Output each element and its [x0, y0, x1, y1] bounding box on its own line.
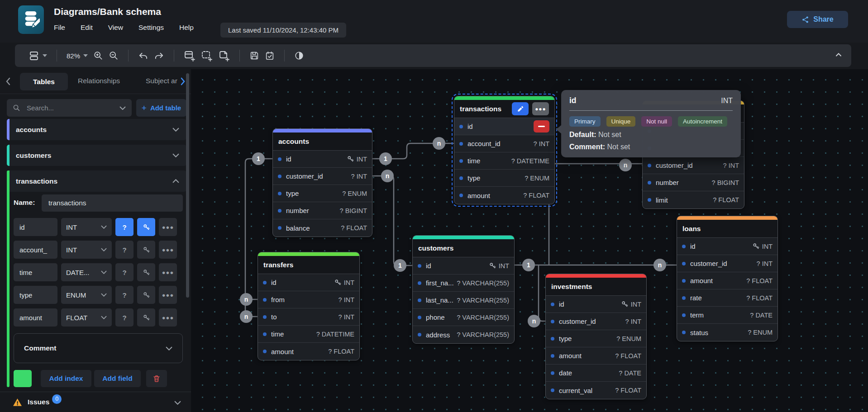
table-field-row[interactable]: last_na...? VARCHAR(255): [413, 292, 514, 309]
canvas-table-loans[interactable]: loansidINTcustomer_id? INTamount? FLOATr…: [677, 216, 778, 341]
table-field-row[interactable]: balance? FLOAT: [273, 219, 372, 237]
nullable-toggle-button[interactable]: ?: [115, 218, 134, 236]
table-color-swatch[interactable]: [14, 370, 32, 387]
field-more-options-button[interactable]: ●●●: [159, 286, 177, 304]
field-type-select[interactable]: FLOAT: [61, 308, 112, 327]
table-field-row[interactable]: id: [454, 118, 554, 135]
table-field-row[interactable]: amount? FLOAT: [677, 272, 777, 289]
save-button[interactable]: [247, 48, 262, 63]
table-name-input[interactable]: [42, 194, 183, 212]
table-field-row[interactable]: idINT: [413, 257, 514, 275]
table-field-row[interactable]: type? ENUM: [454, 170, 554, 187]
issues-panel-toggle[interactable]: Issues 0: [0, 392, 191, 412]
table-field-row[interactable]: limit? FLOAT: [643, 191, 744, 208]
delete-field-button[interactable]: [534, 120, 549, 133]
table-field-row[interactable]: account_id? INT: [454, 135, 554, 152]
theme-contrast-button[interactable]: [291, 48, 307, 63]
add-index-button[interactable]: Add index: [41, 370, 91, 387]
todo-list-button[interactable]: [262, 48, 277, 63]
primary-key-toggle-button[interactable]: [137, 263, 155, 281]
table-field-row[interactable]: term? DATE: [677, 307, 777, 324]
table-field-row[interactable]: time? DATETIME: [258, 326, 359, 343]
nullable-toggle-button[interactable]: ?: [115, 308, 134, 327]
add-field-button[interactable]: Add field: [94, 370, 141, 387]
field-name-input[interactable]: amount: [14, 308, 57, 327]
table-field-row[interactable]: current_val? FLOAT: [546, 382, 646, 399]
add-subject-area-tool[interactable]: [198, 47, 215, 64]
table-field-row[interactable]: customer_id? INT: [677, 255, 777, 272]
tab-relationships[interactable]: Relationships: [78, 77, 120, 85]
table-field-row[interactable]: rate? FLOAT: [677, 289, 777, 307]
table-field-row[interactable]: idINT: [258, 274, 359, 291]
table-field-row[interactable]: type? ENUM: [546, 330, 646, 347]
tab-subject-areas[interactable]: Subject ar: [146, 77, 178, 85]
table-search-input[interactable]: Search...: [7, 99, 132, 117]
table-field-row[interactable]: customer_id? INT: [643, 157, 744, 174]
edit-table-button[interactable]: [512, 102, 529, 115]
table-field-row[interactable]: date? DATE: [546, 365, 646, 382]
sidebar-table-transactions[interactable]: transactions: [7, 170, 186, 192]
table-field-row[interactable]: number? BIGINT: [643, 174, 744, 191]
field-more-options-button[interactable]: ●●●: [159, 308, 177, 327]
undo-button[interactable]: [135, 48, 151, 63]
sidebar-scrollbar[interactable]: [186, 73, 189, 298]
sidebar-table-accounts[interactable]: accounts: [7, 119, 186, 140]
table-field-row[interactable]: customer_id? INT: [546, 313, 646, 330]
table-field-row[interactable]: time? DATETIME: [454, 152, 554, 170]
field-more-options-button[interactable]: ●●●: [159, 263, 177, 281]
tab-tables[interactable]: Tables: [20, 73, 68, 90]
share-button[interactable]: Share: [787, 11, 848, 28]
add-table-button[interactable]: + Add table: [136, 99, 186, 117]
zoom-in-button[interactable]: [91, 48, 106, 63]
add-table-tool[interactable]: [181, 47, 198, 64]
field-name-input[interactable]: account_: [14, 241, 57, 259]
menu-file[interactable]: File: [54, 24, 65, 32]
canvas-table-transfers[interactable]: transfersidINTfrom? INTto? INTtime? DATE…: [258, 252, 360, 360]
comment-collapsible[interactable]: Comment: [14, 333, 183, 363]
menu-view[interactable]: View: [108, 24, 123, 32]
primary-key-toggle-button[interactable]: [137, 286, 155, 304]
delete-table-button[interactable]: [146, 370, 167, 387]
table-field-row[interactable]: phone? VARCHAR(255): [413, 309, 514, 326]
add-note-tool[interactable]: [215, 47, 233, 64]
table-more-options-button[interactable]: ●●●: [532, 102, 549, 115]
field-type-select[interactable]: INT: [61, 218, 112, 236]
field-type-select[interactable]: DATE...: [61, 263, 112, 281]
table-field-row[interactable]: customer_id? INT: [273, 168, 372, 185]
table-field-row[interactable]: amount? FLOAT: [454, 187, 554, 204]
table-field-row[interactable]: number? BIGINT: [273, 202, 372, 219]
table-field-row[interactable]: idINT: [273, 151, 372, 168]
table-field-row[interactable]: idINT: [546, 296, 646, 313]
table-field-row[interactable]: amount? FLOAT: [546, 347, 646, 365]
table-field-row[interactable]: type? ENUM: [273, 185, 372, 202]
table-field-row[interactable]: address? VARCHAR(255): [413, 326, 514, 343]
field-type-select[interactable]: ENUM: [61, 286, 112, 304]
canvas-table-customers[interactable]: customersidINTfirst_na...? VARCHAR(255)l…: [412, 235, 515, 344]
nullable-toggle-button[interactable]: ?: [115, 241, 134, 259]
field-type-select[interactable]: INT: [61, 241, 112, 259]
table-field-row[interactable]: to? INT: [258, 308, 359, 326]
field-name-input[interactable]: time: [14, 263, 57, 281]
primary-key-toggle-button[interactable]: [137, 241, 155, 259]
zoom-level-dropdown[interactable]: 82%: [64, 50, 91, 62]
tabs-scroll-right-button[interactable]: [179, 76, 186, 88]
menu-settings[interactable]: Settings: [138, 24, 164, 32]
table-field-row[interactable]: from? INT: [258, 291, 359, 308]
app-logo[interactable]: [18, 5, 44, 34]
table-field-row[interactable]: status? ENUM: [677, 324, 777, 341]
nullable-toggle-button[interactable]: ?: [115, 263, 134, 281]
field-more-options-button[interactable]: ●●●: [159, 218, 177, 236]
tabs-scroll-left-button[interactable]: [5, 76, 12, 88]
diagram-tree-button[interactable]: [26, 48, 50, 63]
table-field-row[interactable]: first_na...? VARCHAR(255): [413, 275, 514, 292]
menu-edit[interactable]: Edit: [81, 24, 93, 32]
table-field-row[interactable]: idINT: [677, 238, 777, 255]
canvas-table-transactions[interactable]: transactions●●●idaccount_id? INTtime? DA…: [454, 96, 555, 204]
field-name-input[interactable]: type: [14, 286, 57, 304]
nullable-toggle-button[interactable]: ?: [115, 286, 134, 304]
primary-key-toggle-button[interactable]: [137, 308, 155, 327]
menu-help[interactable]: Help: [179, 24, 194, 32]
canvas-table-accounts[interactable]: accountsidINTcustomer_id? INTtype? ENUMn…: [272, 128, 372, 237]
canvas-table-investments[interactable]: investmentsidINTcustomer_id? INTtype? EN…: [545, 274, 647, 399]
redo-button[interactable]: [151, 48, 167, 63]
